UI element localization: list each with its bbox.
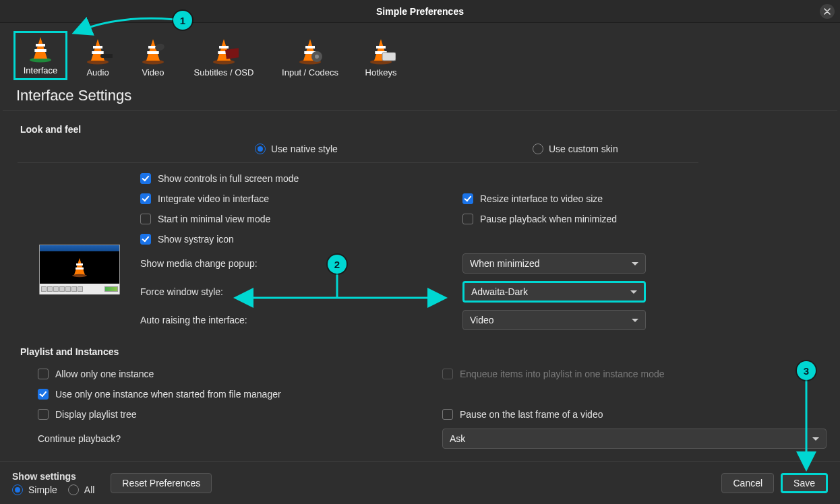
- button-label: Cancel: [733, 478, 762, 489]
- label-continue-playback: Continue playback?: [38, 424, 429, 453]
- svg-rect-6: [93, 46, 102, 49]
- svg-point-24: [315, 55, 319, 59]
- svg-marker-1: [34, 37, 47, 59]
- chevron-down-icon: [812, 437, 819, 441]
- tab-label: Interface: [24, 65, 58, 75]
- tab-label: Hotkeys: [365, 67, 397, 77]
- tab-interface[interactable]: Interface: [13, 31, 67, 80]
- checkbox-label: Show systray icon: [158, 234, 234, 245]
- button-label: Save: [793, 478, 815, 489]
- radio-icon: [533, 144, 543, 154]
- checkbox-icon: [140, 214, 151, 224]
- tab-label: Input / Codecs: [282, 67, 338, 77]
- save-button[interactable]: Save: [781, 473, 828, 493]
- checkbox-label: Use only one instance when started from …: [55, 389, 281, 400]
- chevron-down-icon: [632, 262, 638, 265]
- select-auto-raise[interactable]: Video: [462, 310, 646, 330]
- settings-pane[interactable]: Look and feel Use native style Use custo…: [4, 115, 836, 461]
- radio-icon: [255, 144, 266, 154]
- radio-show-all[interactable]: All: [68, 484, 95, 495]
- chk-display-tree[interactable]: Display playlist tree: [38, 404, 429, 424]
- svg-rect-27: [376, 46, 386, 49]
- radio-icon: [12, 484, 23, 495]
- chevron-down-icon: [630, 290, 637, 294]
- checkbox-icon: [38, 409, 49, 420]
- category-tabs: Interface Audio Video: [0, 23, 840, 82]
- show-settings-heading: Show settings: [12, 471, 94, 482]
- select-value: When minimized: [470, 258, 539, 269]
- close-icon: [824, 6, 831, 17]
- chk-fullscreen-controls[interactable]: Show controls in full screen mode: [140, 168, 457, 189]
- svg-rect-32: [76, 267, 84, 270]
- interface-preview-thumbnail: [39, 208, 120, 294]
- checkbox-label: Pause playback when minimized: [480, 214, 617, 224]
- checkbox-icon: [140, 234, 151, 245]
- chk-fm-instance[interactable]: Use only one instance when started from …: [38, 384, 429, 404]
- checkbox-icon: [38, 389, 49, 400]
- tab-audio[interactable]: Audio: [73, 35, 123, 80]
- reset-preferences-button[interactable]: Reset Preferences: [111, 473, 212, 493]
- checkbox-icon: [442, 409, 453, 420]
- svg-rect-8: [100, 54, 113, 58]
- radio-custom-skin[interactable]: Use custom skin: [533, 144, 618, 154]
- tab-label: Audio: [86, 67, 109, 77]
- checkbox-icon: [140, 173, 151, 184]
- checkbox-label: Resize interface to video size: [480, 193, 603, 204]
- chk-one-instance[interactable]: Allow only one instance: [38, 364, 429, 384]
- svg-rect-29: [382, 53, 396, 61]
- svg-point-33: [72, 274, 87, 277]
- chk-systray-icon[interactable]: Show systray icon: [140, 229, 457, 249]
- svg-rect-3: [34, 49, 46, 52]
- checkbox-label: Start in minimal view mode: [158, 214, 270, 224]
- tab-codecs[interactable]: Input / Codecs: [270, 35, 351, 80]
- select-value: Ask: [450, 433, 465, 444]
- cone-codecs-icon: [294, 38, 326, 65]
- svg-marker-30: [74, 258, 85, 275]
- checkbox-label: Allow only one instance: [55, 369, 154, 379]
- window-title: Simple Preferences: [376, 6, 464, 17]
- chk-resize-to-video[interactable]: Resize interface to video size: [462, 189, 820, 209]
- checkbox-icon: [38, 369, 49, 379]
- select-value: Adwaita-Dark: [471, 286, 528, 297]
- select-value: Video: [470, 315, 494, 325]
- tab-hotkeys[interactable]: Hotkeys: [356, 35, 406, 80]
- titlebar: Simple Preferences: [0, 0, 840, 23]
- chk-enqueue: Enqueue items into playlist in one insta…: [442, 364, 827, 384]
- section-look-and-feel: Look and feel: [20, 119, 820, 139]
- checkbox-icon: [462, 193, 473, 204]
- radio-label: Use custom skin: [549, 144, 618, 154]
- checkbox-label: Display playlist tree: [55, 409, 137, 420]
- radio-label: All: [84, 484, 95, 495]
- tab-label: Video: [142, 67, 164, 77]
- radio-label: Simple: [28, 484, 57, 495]
- tab-subtitles[interactable]: Subtitles / OSD: [183, 35, 264, 80]
- tab-label: Subtitles / OSD: [194, 67, 254, 77]
- radio-show-simple[interactable]: Simple: [12, 484, 57, 495]
- chk-pause-last-frame[interactable]: Pause on the last frame of a video: [442, 404, 827, 424]
- checkbox-icon: [442, 369, 453, 379]
- svg-rect-12: [147, 51, 158, 54]
- select-media-popup[interactable]: When minimized: [462, 253, 646, 274]
- tab-video[interactable]: Video: [128, 35, 178, 80]
- cone-video-icon: [137, 38, 169, 65]
- chk-pause-minimized[interactable]: Pause playback when minimized: [462, 209, 820, 229]
- radio-label: Use native style: [271, 144, 338, 154]
- label-auto-raise: Auto raising the interface:: [140, 306, 457, 334]
- close-button[interactable]: [820, 4, 835, 19]
- checkbox-icon: [140, 193, 151, 204]
- radio-native-style[interactable]: Use native style: [255, 144, 533, 154]
- checkbox-label: Integrate video in interface: [158, 193, 269, 204]
- select-force-window-style[interactable]: Adwaita-Dark: [462, 281, 646, 303]
- svg-rect-2: [36, 44, 45, 46]
- svg-rect-18: [225, 48, 239, 59]
- chk-integrate-video[interactable]: Integrate video in interface: [140, 189, 457, 209]
- chevron-down-icon: [632, 319, 638, 322]
- chk-minimal-view[interactable]: Start in minimal view mode: [140, 209, 457, 229]
- cone-audio-icon: [82, 38, 114, 65]
- bottom-bar: Show settings Simple All Reset Preferenc…: [0, 461, 840, 504]
- svg-rect-7: [92, 51, 103, 54]
- select-continue-playback[interactable]: Ask: [442, 429, 827, 449]
- button-label: Reset Preferences: [122, 478, 200, 489]
- cancel-button[interactable]: Cancel: [721, 473, 774, 493]
- radio-icon: [68, 484, 79, 495]
